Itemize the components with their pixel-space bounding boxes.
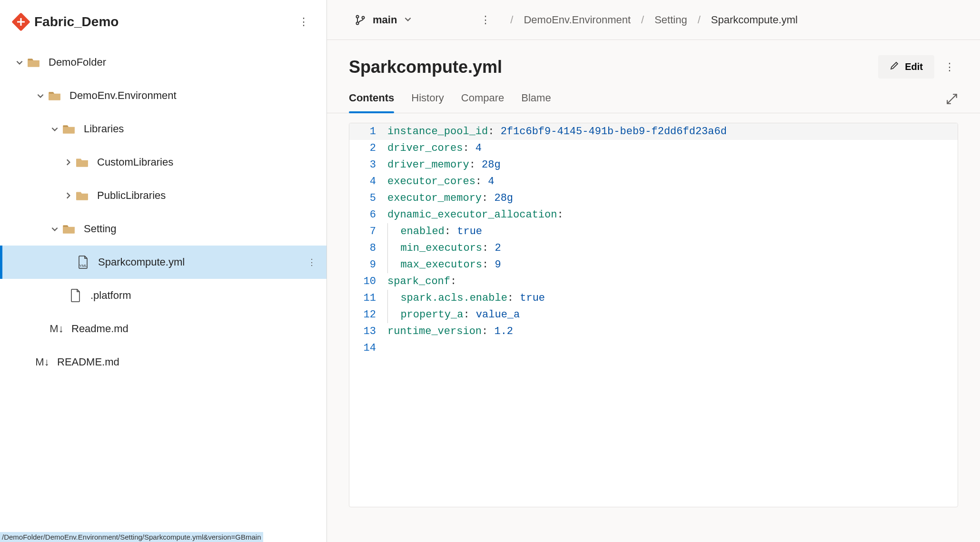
tree-item-sparkcompute[interactable]: YML Sparkcompute.yml ⋮ [0,246,327,279]
breadcrumb-separator: / [641,14,644,26]
branch-icon [355,14,366,26]
code-line[interactable]: 13runtime_version: 1.2 [349,323,958,340]
file-tree: DemoFolder DemoEnv.Environment [0,42,327,542]
code-area: 1instance_pool_id: 2f1c6bf9-4145-491b-be… [327,113,980,542]
line-number: 7 [349,223,385,240]
topbar-more-button[interactable]: ⋮ [477,11,494,29]
line-number: 8 [349,240,385,256]
tree-item-publiclibraries[interactable]: PublicLibraries [0,179,327,212]
code-line[interactable]: 3driver_memory: 28g [349,157,958,173]
chevron-down-icon [48,125,62,133]
code-text: enabled: true [385,223,482,240]
breadcrumbs: / DemoEnv.Environment / Setting / Sparkc… [510,14,798,26]
code-text: instance_pool_id: 2f1c6bf9-4145-491b-beb… [385,123,727,140]
code-line[interactable]: 12 property_a: value_a [349,306,958,323]
tree-label: .platform [90,289,319,302]
code-line[interactable]: 11 spark.acls.enable: true [349,290,958,306]
tree-label: Sparkcompute.yml [98,256,305,268]
sidebar: Fabric_Demo ⋮ DemoFolder [0,0,327,542]
folder-icon [27,57,41,68]
breadcrumb-item[interactable]: DemoEnv.Environment [524,14,631,26]
repo-title-group[interactable]: Fabric_Demo [14,14,119,30]
main-area: main ⋮ / DemoEnv.Environment / Setting /… [327,0,980,542]
edit-button-label: Edit [905,61,923,72]
line-number: 14 [349,340,385,356]
code-text: spark.acls.enable: true [385,290,545,306]
code-text: driver_cores: 4 [385,140,482,157]
code-line[interactable]: 8 min_executors: 2 [349,240,958,256]
more-vertical-icon: ⋮ [944,62,955,72]
tab-compare[interactable]: Compare [461,92,504,113]
tree-item-customlibraries[interactable]: CustomLibraries [0,146,327,179]
tree-item-libraries[interactable]: Libraries [0,112,327,146]
line-number: 1 [349,123,385,140]
tree-item-platform[interactable]: .platform [0,279,327,312]
tab-contents[interactable]: Contents [349,92,394,113]
tree-item-more-button[interactable]: ⋮ [305,255,319,269]
repo-more-button[interactable]: ⋮ [295,13,312,30]
tree-label: Libraries [84,123,319,135]
file-more-button[interactable]: ⋮ [941,59,958,76]
tree-label: README.md [57,356,319,368]
markdown-icon: M↓ [49,323,64,335]
code-editor[interactable]: 1instance_pool_id: 2f1c6bf9-4145-491b-be… [349,123,958,507]
more-vertical-icon: ⋮ [480,15,491,25]
tree-label: PublicLibraries [97,189,319,202]
tab-history[interactable]: History [411,92,444,113]
tree-label: DemoEnv.Environment [69,89,319,102]
repo-title: Fabric_Demo [34,14,119,30]
code-line[interactable]: 5executor_memory: 28g [349,190,958,207]
status-bar: /DemoFolder/DemoEnv.Environment/Setting/… [0,532,263,542]
code-text: max_executors: 9 [385,256,501,273]
tab-blame[interactable]: Blame [521,92,551,113]
line-number: 11 [349,290,385,306]
code-line[interactable]: 10spark_conf: [349,273,958,290]
svg-point-3 [362,16,365,19]
breadcrumb-item-current[interactable]: Sparkcompute.yml [711,14,798,26]
code-line[interactable]: 14 [349,340,958,356]
code-line[interactable]: 7 enabled: true [349,223,958,240]
more-vertical-icon: ⋮ [307,258,317,266]
line-number: 9 [349,256,385,273]
fullscreen-button[interactable] [946,93,958,112]
folder-icon [62,224,76,234]
chevron-down-icon [33,91,48,100]
breadcrumb-item[interactable]: Setting [654,14,687,26]
line-number: 5 [349,190,385,207]
tree-item-demofolder[interactable]: DemoFolder [0,46,327,79]
tree-label: Readme.md [71,323,319,335]
line-number: 10 [349,273,385,290]
breadcrumb-separator: / [698,14,701,26]
tabs-row: Contents History Compare Blame [327,79,980,113]
folder-icon [75,190,89,201]
line-number: 13 [349,323,385,340]
tree-item-readme-root[interactable]: M↓ README.md [0,345,327,379]
tree-label: DemoFolder [49,56,319,69]
branch-selector[interactable]: main [349,10,418,30]
line-number: 4 [349,173,385,190]
breadcrumb-separator: / [510,14,513,26]
title-row: Sparkcompute.yml Edit ⋮ [327,40,980,79]
code-line[interactable]: 2driver_cores: 4 [349,140,958,157]
code-text: runtime_version: 1.2 [385,323,513,340]
code-line[interactable]: 1instance_pool_id: 2f1c6bf9-4145-491b-be… [349,123,958,140]
code-line[interactable]: 9 max_executors: 9 [349,256,958,273]
tree-label: Setting [84,223,319,235]
svg-point-1 [356,15,359,18]
code-line[interactable]: 4executor_cores: 4 [349,173,958,190]
line-number: 2 [349,140,385,157]
repo-git-icon [11,12,30,31]
repo-header: Fabric_Demo ⋮ [0,0,327,42]
markdown-icon: M↓ [35,356,49,368]
more-vertical-icon: ⋮ [298,17,309,27]
code-text: dynamic_executor_allocation: [385,207,564,223]
line-number: 3 [349,157,385,173]
tree-item-demoenv[interactable]: DemoEnv.Environment [0,79,327,112]
code-text: property_a: value_a [385,306,520,323]
chevron-down-icon [12,58,27,67]
line-number: 12 [349,306,385,323]
tree-item-setting[interactable]: Setting [0,212,327,246]
edit-button[interactable]: Edit [878,55,934,79]
tree-item-readme-inner[interactable]: M↓ Readme.md [0,312,327,345]
code-line[interactable]: 6dynamic_executor_allocation: [349,207,958,223]
